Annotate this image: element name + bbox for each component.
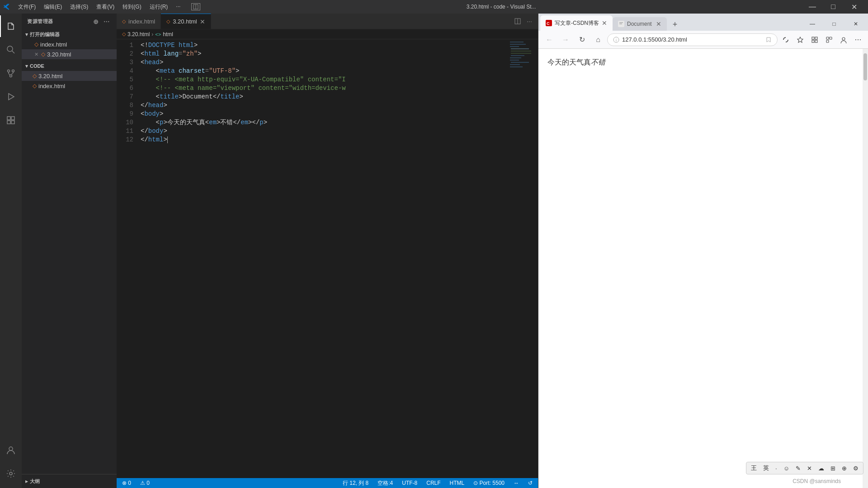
- svg-rect-38: [812, 40, 814, 42]
- browser-more-button[interactable]: ···: [852, 33, 864, 46]
- ime-scissors[interactable]: ✕: [805, 464, 814, 473]
- status-encoding[interactable]: UTF-8: [400, 480, 419, 486]
- browser-back-button[interactable]: ←: [542, 33, 557, 47]
- menu-run[interactable]: 运行(R): [146, 2, 172, 12]
- code-section-chevron: [25, 63, 28, 69]
- browser-tab-document-close[interactable]: ✕: [656, 20, 661, 28]
- maximize-button[interactable]: □: [823, 0, 844, 14]
- status-warnings[interactable]: ⚠ 0: [138, 480, 151, 486]
- browser-home-button[interactable]: ⌂: [591, 33, 605, 47]
- menu-select[interactable]: 选择(S): [66, 2, 92, 12]
- open-editor-index-html[interactable]: ◇ index.html: [22, 39, 117, 49]
- breadcrumb-file[interactable]: ◇ 3.20.html: [122, 31, 150, 38]
- tab-320-html[interactable]: ◇ 3.20.html ✕: [161, 14, 211, 29]
- split-editor-icon[interactable]: [513, 16, 523, 26]
- outline-header[interactable]: 大纲: [22, 476, 117, 486]
- svg-rect-21: [511, 53, 531, 54]
- code-section-header[interactable]: CODE: [22, 61, 117, 71]
- breadcrumb-element[interactable]: <> html: [155, 31, 173, 38]
- status-line-col[interactable]: 行 12, 列 8: [341, 479, 370, 487]
- ime-english-toggle[interactable]: 英: [761, 463, 771, 473]
- code-line-4: <meta charset="UTF-8">: [141, 67, 509, 75]
- browser-tab-csdn[interactable]: C 写文章-CSDN博客 ✕: [540, 15, 613, 31]
- svg-rect-18: [510, 46, 519, 47]
- code-line-8: </head>: [141, 101, 509, 110]
- browser-collections-button[interactable]: [808, 33, 821, 46]
- ime-settings[interactable]: ⚙: [851, 464, 860, 473]
- menu-goto[interactable]: 转到(G): [119, 2, 145, 12]
- sidebar: 资源管理器 ⊕ ··· 打开的编辑器 ◇ index.html ✕ ◇ 3.20…: [22, 14, 117, 488]
- activity-search[interactable]: [0, 39, 22, 61]
- open-editors-section[interactable]: 打开的编辑器: [22, 29, 117, 39]
- activity-source-control[interactable]: [0, 62, 22, 84]
- activity-account[interactable]: [0, 439, 22, 461]
- browser-tab-csdn-close[interactable]: ✕: [602, 19, 607, 27]
- svg-rect-22: [511, 55, 524, 56]
- layout-toggle[interactable]: [191, 3, 200, 10]
- tab-320-close[interactable]: ✕: [200, 18, 205, 25]
- browser-profile-button[interactable]: [837, 33, 850, 46]
- ime-emoji[interactable]: ☺: [782, 464, 791, 473]
- main-area: 资源管理器 ⊕ ··· 打开的编辑器 ◇ index.html ✕ ◇ 3.20…: [0, 14, 868, 488]
- code-content[interactable]: <!DOCTYPE html> <html lang="zh"> <head> …: [137, 39, 509, 478]
- activity-extensions[interactable]: [0, 109, 22, 131]
- svg-rect-24: [510, 60, 519, 61]
- svg-rect-39: [815, 40, 817, 42]
- status-language[interactable]: HTML: [448, 480, 467, 486]
- browser-extensions-button[interactable]: [823, 33, 835, 46]
- ime-grid[interactable]: ⊞: [829, 464, 837, 473]
- status-left-icon[interactable]: ↔: [512, 480, 521, 486]
- browser-sync-button[interactable]: [779, 33, 792, 46]
- ime-cloud[interactable]: ☁: [816, 464, 826, 473]
- status-port[interactable]: ⊙ Port: 5500: [472, 480, 506, 486]
- editor-scrollbar[interactable]: [532, 39, 538, 478]
- more-options-icon[interactable]: ···: [102, 17, 111, 26]
- minimize-button[interactable]: —: [802, 0, 823, 14]
- tab-index-html[interactable]: ◇ index.html: [117, 14, 161, 29]
- svg-line-3: [12, 51, 15, 54]
- menu-view[interactable]: 查看(V): [93, 2, 118, 12]
- browser-new-tab-button[interactable]: +: [669, 18, 681, 31]
- ime-pen[interactable]: ✎: [794, 464, 802, 473]
- ime-wang-icon[interactable]: 王: [749, 463, 759, 473]
- browser-address-bar[interactable]: i 127.0.0.1:5500/3.20.html: [607, 33, 778, 46]
- menu-file[interactable]: 文件(F): [14, 2, 39, 12]
- status-line-ending[interactable]: CRLF: [425, 480, 442, 486]
- new-file-icon[interactable]: ⊕: [91, 17, 100, 26]
- breadcrumb-file-icon: ◇: [122, 31, 126, 37]
- browser-refresh-button[interactable]: ↻: [575, 33, 589, 47]
- open-editor-320-html[interactable]: ✕ ◇ 3.20.html: [22, 49, 117, 59]
- activity-run-debug[interactable]: [0, 86, 22, 108]
- code-editor[interactable]: 1 2 3 4 5 6 7 8 9 10 11 12 <!DOCTYPE htm…: [117, 39, 538, 478]
- status-spaces[interactable]: 空格:4: [376, 479, 395, 487]
- close-button[interactable]: ✕: [844, 0, 864, 14]
- svg-rect-19: [511, 48, 529, 49]
- activity-settings[interactable]: [0, 463, 22, 484]
- browser-url: 127.0.0.1:5500/3.20.html: [622, 36, 763, 43]
- svg-text:i: i: [616, 38, 617, 42]
- code-file-320[interactable]: ◇ 3.20.html: [22, 71, 117, 81]
- browser-favorites-button[interactable]: [794, 33, 807, 46]
- browser-tab-document[interactable]: Document ✕: [613, 17, 667, 31]
- status-right-icon[interactable]: ↺: [526, 480, 534, 486]
- browser-forward-button[interactable]: →: [558, 33, 573, 47]
- browser-minimize[interactable]: —: [802, 17, 823, 31]
- activity-explorer[interactable]: [0, 15, 22, 37]
- browser-scroll-thumb[interactable]: [863, 53, 867, 80]
- svg-rect-40: [826, 37, 829, 39]
- ime-add[interactable]: ⊕: [840, 464, 849, 473]
- menu-edit[interactable]: 编辑(E): [40, 2, 66, 12]
- svg-rect-16: [510, 42, 524, 42]
- svg-rect-11: [11, 121, 14, 124]
- more-editor-actions[interactable]: ···: [524, 16, 534, 26]
- browser-scrollbar[interactable]: [863, 49, 868, 488]
- status-errors[interactable]: ⊗ 0: [120, 480, 133, 486]
- browser-close[interactable]: ✕: [845, 17, 866, 31]
- menu-more[interactable]: ···: [172, 2, 184, 12]
- code-file-index[interactable]: ◇ index.html: [22, 81, 117, 91]
- csdn-watermark: CSDN @sansminds: [793, 478, 841, 484]
- browser-maximize[interactable]: □: [824, 17, 844, 31]
- code-file-index-icon: ◇: [33, 83, 37, 89]
- svg-point-2: [7, 46, 13, 52]
- ime-dot[interactable]: ·: [774, 464, 779, 473]
